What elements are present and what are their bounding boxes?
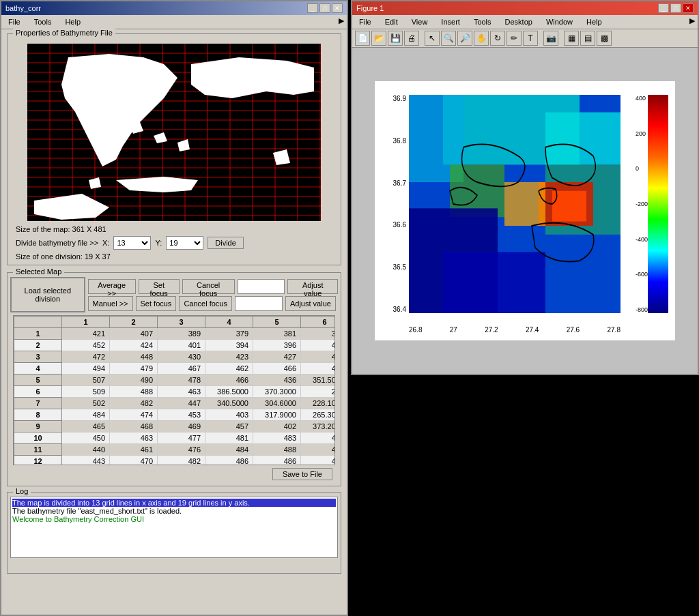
- menu-file[interactable]: File: [4, 16, 25, 27]
- toolbar-text-button[interactable]: T: [523, 31, 538, 46]
- table-cell: 494: [62, 363, 110, 375]
- data-table: 1 2 3 4 5 6 1421407389379381390245242440…: [14, 316, 334, 465]
- log-line: The bathymetry file "east_med_short.txt"…: [12, 507, 336, 515]
- svg-rect-39: [552, 191, 586, 222]
- menu-help[interactable]: Help: [61, 16, 85, 27]
- col-header-3: 3: [158, 317, 205, 328]
- toolbar-hand-button[interactable]: ✋: [474, 31, 489, 46]
- fig-minimize-button[interactable]: _: [658, 3, 669, 13]
- table-cell: 386.5000: [205, 386, 253, 398]
- table-cell: 304.6000: [253, 398, 301, 409]
- cancelfocus1-button[interactable]: Cancel focus: [182, 279, 235, 294]
- cb-label-0: 400: [636, 95, 648, 102]
- x-label: X:: [102, 239, 109, 247]
- table-cell: 488: [110, 386, 158, 398]
- x-label-4: 27.6: [567, 326, 580, 334]
- row-header: 9: [14, 421, 62, 432]
- fig-menu-file[interactable]: File: [355, 16, 375, 27]
- minimize-button[interactable]: _: [307, 3, 318, 13]
- right-panel: Figure 1 _ □ ✕ File Edit View Insert Too…: [348, 0, 699, 616]
- y-label-5: 36.4: [393, 306, 406, 313]
- divide-button[interactable]: Divide: [208, 237, 244, 249]
- chart-area: 36.9 36.8 36.7 36.6 36.5 36.4: [375, 81, 675, 340]
- table-cell: 484: [62, 409, 110, 421]
- fig-restore-button[interactable]: □: [670, 3, 681, 13]
- table-cell: 486: [301, 432, 335, 444]
- fig-menu-window[interactable]: Window: [542, 16, 577, 27]
- cb-label-2: 0: [636, 165, 648, 172]
- log-text-area[interactable]: The map is divided into 13 grid lines in…: [10, 497, 338, 558]
- y-label-2: 36.7: [393, 179, 406, 187]
- manuel-button[interactable]: Manuel >>: [88, 296, 133, 311]
- log-line: The map is divided into 13 grid lines in…: [12, 499, 336, 507]
- load-selected-button[interactable]: Load selected division: [10, 277, 85, 312]
- log-group: Log The map is divided into 13 grid line…: [7, 492, 341, 574]
- expand-arrow[interactable]: ▶: [339, 16, 344, 27]
- toolbar-zoom-out-button[interactable]: 🔎: [457, 31, 472, 46]
- fig-menu-view[interactable]: View: [408, 16, 432, 27]
- y-label: Y:: [155, 239, 162, 247]
- fig-menu-edit[interactable]: Edit: [381, 16, 402, 27]
- toolbar-open-button[interactable]: 📂: [371, 31, 386, 46]
- table-cell: 228.1000: [301, 398, 335, 409]
- x-select[interactable]: 13: [113, 236, 151, 250]
- manuel-value-field[interactable]: [235, 296, 283, 311]
- toolbar-print-button[interactable]: 🖨: [404, 31, 419, 46]
- close-button[interactable]: ✕: [332, 3, 343, 13]
- fig-expand-arrow[interactable]: ▶: [689, 16, 695, 27]
- left-menu-bar: File Tools Help ▶: [1, 15, 347, 29]
- table-cell: 465: [62, 421, 110, 432]
- left-title-bar: bathy_corr _ □ ✕: [1, 1, 347, 15]
- adjval2-button[interactable]: Adjust value: [285, 296, 336, 311]
- fig-close-button[interactable]: ✕: [683, 3, 694, 13]
- fig-menu-desktop[interactable]: Desktop: [501, 16, 537, 27]
- save-to-file-button[interactable]: Save to File: [272, 468, 332, 480]
- table-cell: 486: [253, 456, 301, 466]
- table-cell: 452: [62, 340, 110, 351]
- properties-group: Properties of Bathymetry File: [7, 33, 341, 265]
- fig-menu-help[interactable]: Help: [582, 16, 606, 27]
- x-label-3: 27.4: [526, 326, 539, 334]
- table-cell: 427: [253, 351, 301, 363]
- toolbar-camera-button[interactable]: 📷: [543, 31, 558, 46]
- row-header: 5: [14, 375, 62, 386]
- adjval1-button[interactable]: Adjust value: [287, 279, 338, 294]
- toolbar-arrow-button[interactable]: ↖: [425, 31, 440, 46]
- toolbar-save-button[interactable]: 💾: [388, 31, 403, 46]
- table-cell: 457: [205, 421, 253, 432]
- maximize-button[interactable]: □: [319, 3, 330, 13]
- average-value-field[interactable]: [238, 279, 285, 294]
- svg-rect-35: [545, 113, 620, 165]
- setfocus2-button[interactable]: Set focus: [136, 296, 177, 311]
- average-button[interactable]: Average >>: [88, 279, 136, 294]
- toolbar-grid3-button[interactable]: ▩: [597, 31, 612, 46]
- x-label-5: 27.8: [607, 326, 620, 334]
- cancelfocus2-button[interactable]: Cancel focus: [179, 296, 232, 311]
- row-header: 10: [14, 432, 62, 444]
- fig-menu-insert[interactable]: Insert: [437, 16, 464, 27]
- toolbar-rotate-button[interactable]: ↻: [490, 31, 505, 46]
- table-cell: 423: [205, 351, 253, 363]
- toolbar-zoom-in-button[interactable]: 🔍: [441, 31, 456, 46]
- table-cell: 461: [110, 444, 158, 456]
- y-label-4: 36.5: [393, 263, 406, 271]
- table-cell: 483: [253, 432, 301, 444]
- table-cell: 425: [301, 363, 335, 375]
- toolbar-new-button[interactable]: 📄: [355, 31, 370, 46]
- setfocus1-button[interactable]: Set focus: [139, 279, 180, 294]
- map-container: [27, 44, 321, 221]
- toolbar-grid2-button[interactable]: ▤: [580, 31, 595, 46]
- toolbar-brush-button[interactable]: ✏: [507, 31, 522, 46]
- row-header: 2: [14, 340, 62, 351]
- cb-label-5: -600: [636, 271, 648, 278]
- y-select[interactable]: 19: [166, 236, 203, 250]
- table-scroll[interactable]: 1 2 3 4 5 6 1421407389379381390245242440…: [14, 316, 334, 465]
- table-cell: 453: [158, 409, 205, 421]
- heatmap-svg: [409, 95, 620, 313]
- fig-menu-tools[interactable]: Tools: [470, 16, 496, 27]
- figure-title-bar: Figure 1 _ □ ✕: [352, 1, 698, 15]
- toolbar-grid1-button[interactable]: ▦: [564, 31, 579, 46]
- table-cell: 472: [62, 351, 110, 363]
- menu-tools[interactable]: Tools: [30, 16, 56, 27]
- svg-rect-42: [443, 252, 545, 313]
